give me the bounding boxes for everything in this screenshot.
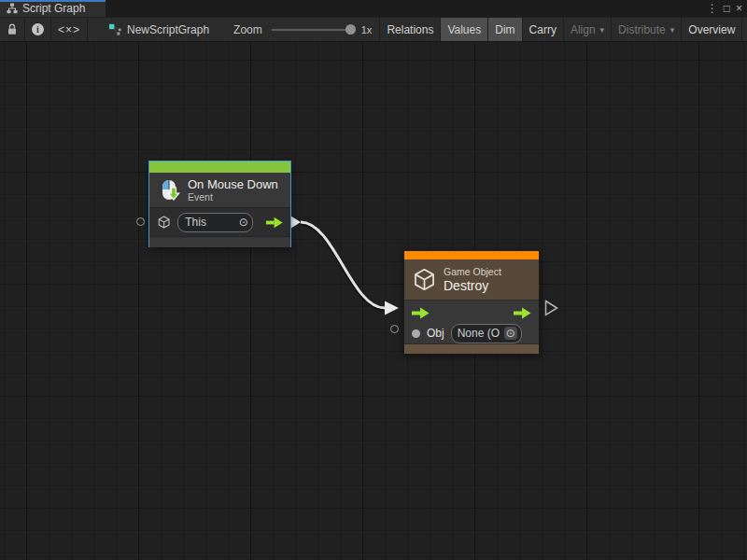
fullscreen-button[interactable]: Full S: [742, 18, 747, 41]
maximize-icon[interactable]: □: [724, 0, 730, 17]
graph-breadcrumb[interactable]: NewScriptGraph: [108, 23, 209, 36]
zoom-label: Zoom: [233, 23, 262, 36]
graph-toolbar: i <×> NewScriptGraph Zoom 1x: [0, 17, 747, 42]
variables-button[interactable]: <×>: [51, 18, 87, 41]
graph-asset-icon: [108, 23, 121, 36]
gameobject-cube-icon: [157, 215, 171, 230]
relations-button[interactable]: Relations: [380, 18, 440, 41]
align-label: Align: [571, 23, 596, 36]
align-button[interactable]: Align ▾: [564, 18, 611, 41]
node-category: Game Object: [444, 266, 501, 278]
flow-output-arrow[interactable]: [266, 217, 283, 229]
dim-button[interactable]: Dim: [488, 18, 521, 41]
window-controls: ⋮ □ ×: [707, 0, 747, 17]
zoom-slider-handle[interactable]: [345, 24, 356, 35]
tab-strip: Script Graph ⋮ □ ×: [0, 0, 747, 17]
hierarchy-icon: [7, 3, 18, 14]
values-button[interactable]: Values: [441, 18, 487, 41]
destroy-node-titles: Game Object Destroy: [444, 266, 501, 293]
destroy-node-header[interactable]: Game Object Destroy: [404, 259, 539, 300]
menu-icon[interactable]: ⋮: [707, 0, 718, 17]
node-destroy[interactable]: Game Object Destroy: [403, 250, 540, 354]
node-title: Destroy: [444, 278, 501, 293]
node-on-mouse-down[interactable]: On Mouse Down Event This ⊙: [148, 161, 291, 247]
node-subtitle: Event: [188, 191, 278, 203]
object-picker-icon[interactable]: ⊙: [504, 327, 517, 340]
flow-output-arrow[interactable]: [514, 307, 531, 319]
mouse-down-icon: [157, 178, 181, 203]
graph-canvas[interactable]: On Mouse Down Event This ⊙: [0, 42, 747, 560]
event-node-footer: [149, 236, 290, 247]
wire-shadow: [301, 224, 385, 310]
destroy-obj-port-circle[interactable]: [390, 325, 399, 333]
zoom-control: Zoom 1x: [233, 23, 372, 36]
active-tab-accent: [0, 0, 106, 2]
close-icon[interactable]: ×: [736, 0, 742, 17]
wire-end-arrow: [385, 301, 399, 315]
flow-input-arrow[interactable]: [412, 307, 430, 319]
event-target-port-circle[interactable]: [136, 217, 145, 226]
script-graph-window: Script Graph ⋮ □ × i <×>: [0, 0, 747, 560]
object-picker-icon[interactable]: ⊙: [239, 216, 248, 229]
obj-value: None (O: [458, 327, 501, 340]
chevron-down-icon: ▾: [670, 25, 675, 35]
flow-port-row: [404, 301, 539, 323]
connection-wire[interactable]: [301, 222, 385, 308]
distribute-button[interactable]: Distribute ▾: [612, 18, 681, 41]
zoom-value: 1x: [361, 24, 373, 35]
chevron-down-icon: ▾: [600, 25, 605, 35]
tab-script-graph[interactable]: Script Graph: [0, 0, 106, 17]
code-icon: <×>: [58, 23, 80, 36]
lock-icon: [7, 23, 18, 35]
value-port-dot[interactable]: [412, 329, 420, 338]
gameobject-cube-icon: [412, 267, 437, 292]
toolbar-right-group: Relations Values Dim Carry Align ▾ Distr…: [379, 18, 747, 41]
info-icon: i: [32, 23, 44, 35]
node-title: On Mouse Down: [188, 177, 278, 191]
event-accent-bar: [149, 161, 290, 173]
toolbar-separator: [87, 18, 88, 41]
target-port-row: This ⊙: [149, 208, 290, 236]
distribute-label: Distribute: [618, 23, 666, 36]
event-node-titles: On Mouse Down Event: [188, 177, 278, 203]
destroy-accent-bar: [404, 251, 539, 259]
event-node-header[interactable]: On Mouse Down Event: [149, 173, 290, 207]
inspect-button[interactable]: i: [25, 18, 50, 41]
target-value: This: [185, 216, 236, 229]
flow-continue-icon: [546, 301, 557, 315]
destroy-node-body: Obj None (O ⊙: [404, 300, 539, 343]
overview-button[interactable]: Overview: [682, 18, 741, 41]
obj-value-field[interactable]: None (O ⊙: [451, 324, 522, 343]
destroy-node-footer: [404, 343, 539, 354]
connection-layer: [0, 42, 747, 560]
zoom-slider[interactable]: [272, 24, 356, 35]
tab-title: Script Graph: [22, 2, 85, 15]
lock-button[interactable]: [0, 18, 24, 41]
obj-port-row: Obj None (O ⊙: [404, 323, 539, 343]
event-node-body: This ⊙: [149, 207, 290, 236]
carry-button[interactable]: Carry: [523, 18, 563, 41]
obj-port-label: Obj: [427, 327, 444, 340]
graph-name: NewScriptGraph: [127, 23, 209, 36]
zoom-slider-track: [272, 29, 356, 31]
target-value-field[interactable]: This ⊙: [177, 213, 253, 232]
